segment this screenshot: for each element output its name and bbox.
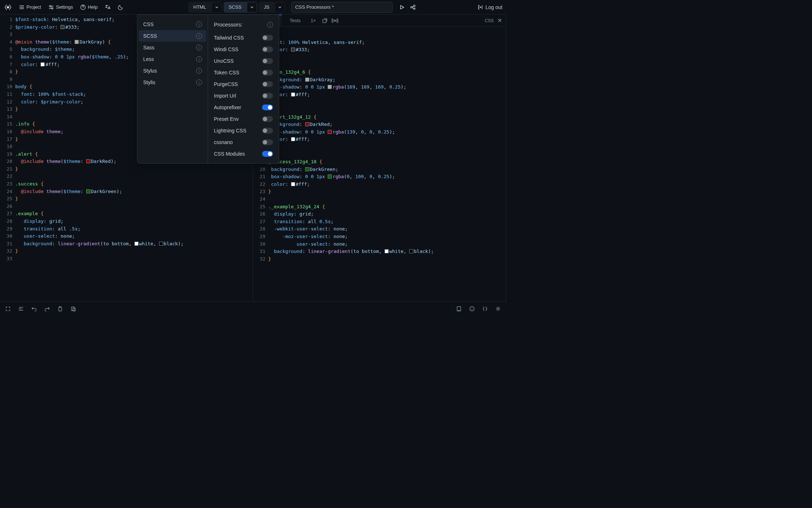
share-icon[interactable] <box>410 4 416 10</box>
zoom-badge[interactable]: 1× <box>308 17 318 24</box>
dropdown-lang-less[interactable]: Lessi <box>137 53 208 65</box>
info-icon[interactable]: i <box>196 56 202 62</box>
tab-html[interactable]: HTML <box>188 2 222 13</box>
dropdown-lang-scss[interactable]: SCSSi <box>139 30 206 42</box>
toggle[interactable] <box>262 93 273 99</box>
processor-token-css[interactable]: Token CSS <box>208 67 279 78</box>
tab-scss-dropdown[interactable] <box>247 3 257 12</box>
redo-icon[interactable] <box>44 306 50 312</box>
format-icon[interactable] <box>18 306 24 312</box>
toggle[interactable] <box>262 151 273 157</box>
tab-html-dropdown[interactable] <box>212 3 221 12</box>
broadcast-icon[interactable] <box>332 17 338 24</box>
menu-theme[interactable] <box>115 3 127 12</box>
left-editor-pane: 1234567891011121314151617181920212223242… <box>0 15 253 301</box>
project-title-input[interactable] <box>291 2 393 13</box>
svg-rect-7 <box>323 19 326 22</box>
app-logo-icon[interactable] <box>4 3 12 12</box>
toggle[interactable] <box>262 70 273 75</box>
tab-scss-label: SCSS <box>224 4 246 10</box>
toggle[interactable] <box>262 35 273 41</box>
toggle[interactable] <box>262 46 273 52</box>
menu-settings[interactable]: Settings <box>45 3 76 12</box>
processor-lightning-css[interactable]: Lightning CSS <box>208 125 279 136</box>
left-gutter: 1234567891011121314151617181920212223242… <box>0 15 15 301</box>
translate-icon <box>105 4 111 10</box>
info-icon[interactable]: i <box>196 79 202 85</box>
right-output-pane: Compiled Tests 1× CSS ✕ 2021222324252627… <box>253 15 506 301</box>
undo-icon[interactable] <box>31 306 37 312</box>
toggle[interactable] <box>262 58 273 64</box>
bottombar <box>0 301 506 316</box>
svg-point-5 <box>414 5 415 7</box>
hamburger-icon <box>19 4 25 10</box>
info-icon[interactable]: i <box>196 21 202 27</box>
processor-css-modules[interactable]: CSS Modules <box>208 148 279 160</box>
topbar: Project Settings Help HTML SCSS JS <box>0 0 506 15</box>
dropdown-lang-stylus[interactable]: Stylusi <box>137 65 208 77</box>
toggle[interactable] <box>262 105 273 110</box>
menu-help-label: Help <box>88 4 98 10</box>
dropdown-langs-col: CSSiSCSSiSassiLessiStylusiStylisi <box>137 15 208 163</box>
toggle[interactable] <box>262 81 273 87</box>
tab-js-label: JS <box>259 4 274 10</box>
new-window-icon[interactable] <box>322 17 328 24</box>
sliders-icon <box>48 4 54 10</box>
menu-help[interactable]: Help <box>77 3 100 12</box>
processors-heading: Processors: i <box>208 19 279 32</box>
dropdown-lang-stylis[interactable]: Stylisi <box>137 77 208 88</box>
menu-project-label: Project <box>26 4 41 10</box>
processors-heading-label: Processors: <box>214 21 243 28</box>
tab-html-label: HTML <box>188 4 211 10</box>
info-icon[interactable]: i <box>267 22 273 28</box>
external-css-icon[interactable] <box>456 306 462 312</box>
toggle[interactable] <box>262 139 273 145</box>
copy-icon[interactable] <box>57 306 63 312</box>
menu-project[interactable]: Project <box>16 3 44 12</box>
run-icon[interactable] <box>399 4 405 10</box>
tab-js[interactable]: JS <box>259 2 285 13</box>
info-icon[interactable]: i <box>196 33 202 39</box>
processor-windi-css[interactable]: Windi CSS <box>208 44 279 55</box>
svg-point-2 <box>51 8 53 9</box>
help-icon <box>80 4 86 10</box>
logout-icon <box>477 4 483 10</box>
tab-js-dropdown[interactable] <box>275 3 285 12</box>
lang-tabs: HTML SCSS JS <box>188 2 285 13</box>
logout-label: Log out <box>485 4 502 10</box>
status-info-icon[interactable] <box>469 306 475 312</box>
svg-point-1 <box>50 5 51 7</box>
tab-scss[interactable]: SCSS <box>224 2 257 13</box>
svg-point-4 <box>411 7 412 8</box>
processor-tailwind-css[interactable]: Tailwind CSS <box>208 32 279 44</box>
workspace: 1234567891011121314151617181920212223242… <box>0 15 506 301</box>
dropdown-lang-sass[interactable]: Sassi <box>137 42 208 53</box>
gear-icon[interactable] <box>495 306 501 312</box>
right-header: Compiled Tests 1× CSS ✕ <box>253 15 506 27</box>
logout-button[interactable]: Log out <box>477 4 502 10</box>
output-lang-label: CSS <box>485 18 494 23</box>
info-icon[interactable]: i <box>196 68 202 74</box>
braces-icon[interactable] <box>482 306 488 312</box>
menu-settings-label: Settings <box>56 4 73 10</box>
svg-point-6 <box>414 8 415 9</box>
processor-purgecss[interactable]: PurgeCSS <box>208 78 279 90</box>
svg-point-14 <box>497 308 499 310</box>
tab-tests[interactable]: Tests <box>285 15 305 26</box>
svg-point-0 <box>7 6 9 8</box>
dropdown-lang-css[interactable]: CSSi <box>137 19 208 30</box>
processor-unocss[interactable]: UnoCSS <box>208 55 279 67</box>
fullscreen-icon[interactable] <box>5 306 11 312</box>
paste-icon[interactable] <box>70 306 76 312</box>
info-icon[interactable]: i <box>196 45 202 50</box>
toggle[interactable] <box>262 116 273 122</box>
toggle[interactable] <box>262 128 273 134</box>
processor-autoprefixer[interactable]: Autoprefixer <box>208 102 279 113</box>
processor-cssnano[interactable]: cssnano <box>208 136 279 148</box>
right-code[interactable]: dy { font: 100% Helvetica, sans-serif; c… <box>268 15 506 301</box>
processor-import-url[interactable]: Import Url <box>208 90 279 102</box>
processor-preset-env[interactable]: Preset Env <box>208 113 279 125</box>
menu-i18n[interactable] <box>102 3 113 12</box>
close-output-icon[interactable]: ✕ <box>497 17 502 24</box>
dropdown-processors-col: Processors: i Tailwind CSSWindi CSSUnoCS… <box>208 15 279 163</box>
